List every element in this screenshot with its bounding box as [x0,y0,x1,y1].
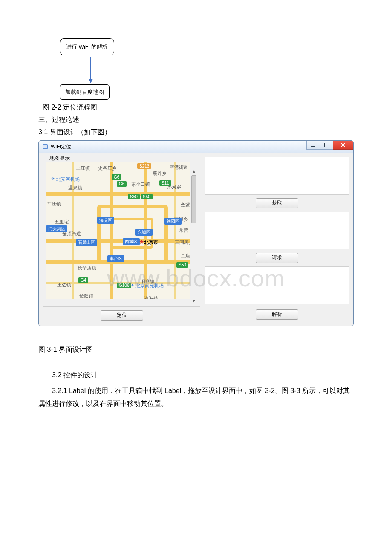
section-3-2-heading: 3.2 控件的设计 [38,369,354,382]
client-area: 地图显示 [39,153,353,326]
flow-step-load-map: 加载到百度地图 [60,84,110,100]
request-button[interactable]: 请求 [256,253,298,263]
output-panel-3 [205,266,349,304]
scroll-up-icon[interactable]: ▲ [190,168,197,174]
parse-button[interactable]: 解析 [256,309,298,320]
map-label: 金盏 [181,202,190,208]
map-label: 史各庄乡 [98,165,117,171]
map-label: 上庄镇 [76,165,90,171]
right-column: 获取 请求 解析 [205,157,349,321]
map-scrollbar[interactable]: ▲ ▼ [190,168,197,304]
figure-3-1-caption: 图 3-1 界面设计图 [38,343,354,356]
road-badge: G106 [117,283,131,288]
map-groupbox: 地图显示 [43,157,200,307]
road-badge: S50 [141,194,153,199]
district-badge: 西城区 [123,238,140,245]
map-label: 军庄镇 [47,201,61,207]
map-label: 东小口镇 [131,181,150,188]
map-label: 长阳镇 [79,293,93,299]
map-label: 瀛海镇 [144,295,158,299]
output-panel-2 [205,212,349,250]
map-city-label: 北京市 [144,239,158,246]
minimize-button[interactable] [306,141,320,150]
flowchart: 进行 WiFi 的解析 加载到百度地图 [60,38,354,100]
map-label: 北京南苑机场 [135,283,164,289]
locate-button[interactable]: 定位 [101,310,143,321]
district-badge: 石景山区 [76,239,97,246]
road-badge: G6 [112,174,121,180]
district-badge: 朝阳区 [164,218,182,225]
map-view[interactable]: 上庄镇 史各庄乡 燕丹乡 空港街道 ✈ 北安河机场 温泉镇 东小口镇 孙河乡 军… [46,162,190,299]
district-badge: 东城区 [135,229,153,236]
map-label: 三间房乡 [175,239,190,246]
road-badge: G6 [117,181,127,187]
airport-icon: ✈ [51,176,55,182]
close-button[interactable] [333,141,353,150]
road-badge: G4 [78,278,88,283]
map-label: 常营 [179,227,188,234]
scroll-down-icon[interactable]: ▼ [190,297,197,304]
window-buttons [307,141,353,149]
app-window: WiFi定位 地图显示 [38,140,354,326]
flow-step-parse-wifi: 进行 WiFi 的解析 [60,38,114,55]
map-label: 王佐镇 [57,282,71,288]
figure-2-2-caption: 图 2-2 定位流程图 [43,103,354,112]
map-label: 长辛店镇 [78,265,96,271]
map-label: 北安河机场 [56,176,80,182]
district-badge: 丰台区 [107,255,124,262]
output-panel-1 [205,157,349,195]
map-label: 五里坨 [55,219,69,225]
map-label: 豆店 [181,253,190,259]
map-label: 温泉镇 [68,185,82,191]
maximize-button[interactable] [320,141,333,150]
road-badge: S11 [159,180,171,186]
map-group-label: 地图显示 [48,155,72,160]
section-3-1-heading: 3.1 界面设计（如下图） [38,128,354,137]
map-label: 空港街道 [170,164,188,171]
arrow-down-icon [90,57,91,83]
titlebar: WiFi定位 [39,141,353,153]
section-3-heading: 三、过程论述 [38,116,354,124]
svg-rect-1 [43,145,47,148]
district-badge: 门头沟区 [46,225,67,232]
map-label: 燕丹乡 [153,170,167,176]
section-3-2-1-text: 3.2.1 Label 的使用：在工具箱中找到 Label，拖放至设计界面中，如… [38,384,354,410]
district-badge: 海淀区 [97,217,114,224]
window-title: WiFi定位 [51,143,71,150]
road-badge: S50 [128,194,140,199]
road-badge: S213 [137,163,151,169]
road-badge: S50 [176,262,188,268]
app-icon [42,144,48,150]
get-button[interactable]: 获取 [256,198,298,208]
scroll-thumb[interactable] [191,175,196,223]
